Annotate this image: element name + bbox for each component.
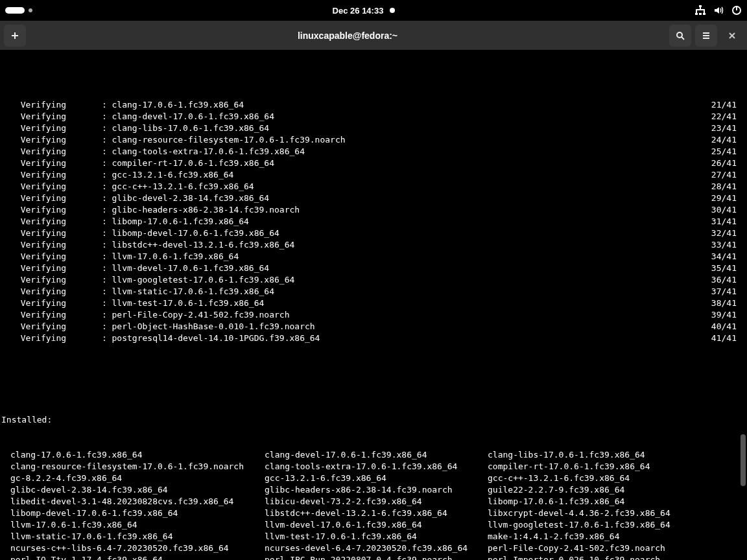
workspace-dot-icon <box>29 8 32 12</box>
new-tab-button[interactable] <box>4 25 26 47</box>
installed-header: Installed: <box>0 414 747 426</box>
installed-pkg: llvm-googletest-17.0.6-1.fc39.x86_64 <box>488 519 747 531</box>
installed-pkg: compiler-rt-17.0.6-1.fc39.x86_64 <box>488 461 747 472</box>
installed-pkg: perl-IO-Tty-1.17-4.fc39.x86_64 <box>10 554 265 560</box>
svg-line-9 <box>682 37 684 40</box>
verifying-line: Verifying : postgresql14-devel-14.10-1PG… <box>0 332 747 344</box>
verifying-line: Verifying : gcc-c++-13.2.1-6.fc39.x86_64… <box>0 181 747 192</box>
gnome-topbar: Dec 26 14:33 <box>0 0 747 21</box>
verifying-line: Verifying : clang-17.0.6-1.fc39.x86_6421… <box>0 99 747 111</box>
installed-pkg: make-1:4.4.1-2.fc39.x86_64 <box>488 531 747 542</box>
installed-pkg: llvm-devel-17.0.6-1.fc39.x86_64 <box>265 519 488 531</box>
svg-point-8 <box>677 32 682 38</box>
search-button[interactable] <box>669 25 691 47</box>
verifying-line: Verifying : libstdc++-devel-13.2.1-6.fc3… <box>0 239 747 251</box>
network-icon[interactable] <box>695 5 706 16</box>
installed-pkg: guile22-2.2.7-9.fc39.x86_64 <box>488 484 747 496</box>
installed-pkg: clang-resource-filesystem-17.0.6-1.fc39.… <box>10 461 265 472</box>
installed-pkg: gcc-c++-13.2.1-6.fc39.x86_64 <box>488 472 747 484</box>
installed-pkg: libomp-17.0.6-1.fc39.x86_64 <box>488 496 747 508</box>
installed-pkg: perl-Importer-0.026-10.fc39.noarch <box>488 554 747 560</box>
installed-pkg: gcc-13.2.1-6.fc39.x86_64 <box>265 472 488 484</box>
verifying-line: Verifying : compiler-rt-17.0.6-1.fc39.x8… <box>0 158 747 169</box>
svg-rect-2 <box>699 13 702 15</box>
verifying-list: Verifying : clang-17.0.6-1.fc39.x86_6421… <box>0 99 747 344</box>
verifying-line: Verifying : clang-libs-17.0.6-1.fc39.x86… <box>0 122 747 134</box>
installed-pkg: clang-devel-17.0.6-1.fc39.x86_64 <box>265 449 488 461</box>
verifying-line: Verifying : libomp-17.0.6-1.fc39.x86_643… <box>0 216 747 228</box>
verifying-line: Verifying : clang-resource-filesystem-17… <box>0 134 747 146</box>
installed-pkg: gc-8.2.2-4.fc39.x86_64 <box>10 472 265 484</box>
verifying-line: Verifying : llvm-devel-17.0.6-1.fc39.x86… <box>0 262 747 274</box>
installed-pkg: glibc-devel-2.38-14.fc39.x86_64 <box>10 484 265 496</box>
activities-pill-icon <box>5 7 25 14</box>
installed-pkg: libxcrypt-devel-4.4.36-2.fc39.x86_64 <box>488 508 747 519</box>
verifying-line: Verifying : perl-File-Copy-2.41-502.fc39… <box>0 309 747 321</box>
installed-list: clang-17.0.6-1.fc39.x86_64clang-devel-17… <box>0 449 747 560</box>
installed-pkg: llvm-test-17.0.6-1.fc39.x86_64 <box>265 531 488 542</box>
installed-pkg: libicu-devel-73.2-2.fc39.x86_64 <box>265 496 488 508</box>
verifying-line: Verifying : clang-devel-17.0.6-1.fc39.x8… <box>0 111 747 122</box>
volume-icon[interactable] <box>713 5 724 16</box>
verifying-line: Verifying : gcc-13.2.1-6.fc39.x86_6427/4… <box>0 169 747 181</box>
verifying-line: Verifying : perl-Object-HashBase-0.010-1… <box>0 321 747 332</box>
installed-pkg: perl-File-Copy-2.41-502.fc39.noarch <box>488 542 747 554</box>
installed-pkg: clang-tools-extra-17.0.6-1.fc39.x86_64 <box>265 461 488 472</box>
verifying-line: Verifying : libomp-devel-17.0.6-1.fc39.x… <box>0 228 747 239</box>
terminal-output[interactable]: Verifying : clang-17.0.6-1.fc39.x86_6421… <box>0 50 747 560</box>
verifying-line: Verifying : llvm-googletest-17.0.6-1.fc3… <box>0 274 747 286</box>
terminal-titlebar: linuxcapable@fedora:~ <box>0 21 747 50</box>
installed-pkg: clang-17.0.6-1.fc39.x86_64 <box>10 449 265 461</box>
scrollbar-thumb[interactable] <box>741 434 746 486</box>
installed-pkg: libedit-devel-3.1-48.20230828cvs.fc39.x8… <box>10 496 265 508</box>
installed-pkg: libstdc++-devel-13.2.1-6.fc39.x86_64 <box>265 508 488 519</box>
verifying-line: Verifying : llvm-test-17.0.6-1.fc39.x86_… <box>0 298 747 309</box>
power-icon[interactable] <box>731 5 742 16</box>
installed-pkg: perl-IPC-Run-20220807.0-4.fc39.noarch <box>265 554 488 560</box>
notification-dot-icon <box>390 8 395 13</box>
svg-rect-0 <box>699 5 702 7</box>
installed-pkg: llvm-17.0.6-1.fc39.x86_64 <box>10 519 265 531</box>
installed-pkg: libomp-devel-17.0.6-1.fc39.x86_64 <box>10 508 265 519</box>
verifying-line: Verifying : glibc-devel-2.38-14.fc39.x86… <box>0 192 747 204</box>
verifying-line: Verifying : llvm-17.0.6-1.fc39.x86_6434/… <box>0 251 747 262</box>
verifying-line: Verifying : glibc-headers-x86-2.38-14.fc… <box>0 204 747 216</box>
verifying-line: Verifying : llvm-static-17.0.6-1.fc39.x8… <box>0 286 747 298</box>
clock-area[interactable]: Dec 26 14:33 <box>333 6 396 16</box>
installed-pkg: clang-libs-17.0.6-1.fc39.x86_64 <box>488 449 747 461</box>
window-title: linuxcapable@fedora:~ <box>30 30 665 41</box>
installed-pkg: ncurses-devel-6.4-7.20230520.fc39.x86_64 <box>265 542 488 554</box>
scrollbar[interactable] <box>741 52 746 493</box>
svg-rect-1 <box>695 13 698 15</box>
installed-pkg: glibc-headers-x86-2.38-14.fc39.noarch <box>265 484 488 496</box>
installed-pkg: ncurses-c++-libs-6.4-7.20230520.fc39.x86… <box>10 542 265 554</box>
menu-button[interactable] <box>695 25 717 47</box>
datetime-label: Dec 26 14:33 <box>333 6 384 16</box>
svg-rect-3 <box>703 13 706 15</box>
close-button[interactable] <box>721 25 743 47</box>
activities-indicator[interactable] <box>5 7 32 14</box>
verifying-line: Verifying : clang-tools-extra-17.0.6-1.f… <box>0 146 747 158</box>
installed-pkg: llvm-static-17.0.6-1.fc39.x86_64 <box>10 531 265 542</box>
